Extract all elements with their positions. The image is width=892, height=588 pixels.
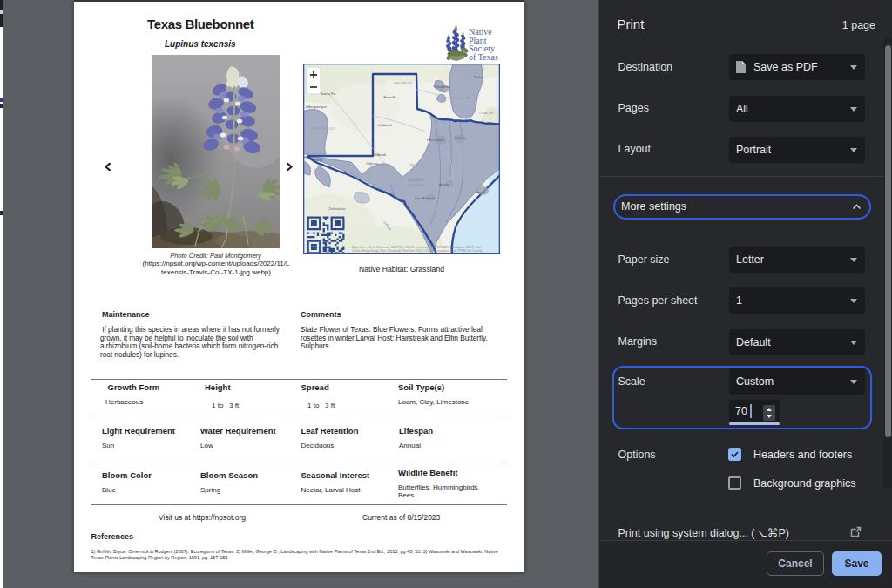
svg-text:San Antonio: San Antonio bbox=[415, 196, 435, 200]
svg-text:Dallas: Dallas bbox=[455, 136, 465, 140]
svg-text:RED HILLS: RED HILLS bbox=[394, 81, 412, 85]
svg-text:Amarillo: Amarillo bbox=[383, 95, 397, 99]
svg-text:OUACHI: OUACHI bbox=[479, 111, 493, 115]
svg-text:Santa Fe: Santa Fe bbox=[321, 91, 336, 96]
svg-text:OKLAHOMA: OKLAHOMA bbox=[449, 96, 470, 100]
svg-text:TEXA: TEXA bbox=[409, 163, 419, 167]
svg-text:Austin: Austin bbox=[439, 182, 449, 186]
svg-text:EDWARDS: EDWARDS bbox=[408, 178, 426, 182]
svg-text:Albuquerque: Albuquerque bbox=[306, 105, 327, 109]
svg-text:Juárez: Juárez bbox=[312, 158, 323, 162]
svg-text:Houst: Houst bbox=[476, 190, 486, 194]
svg-text:China (Hong Kong), Esri (Thail: China (Hong Kong), Esri (Thailand), TomT… bbox=[352, 249, 482, 253]
svg-text:Lubbock: Lubbock bbox=[378, 123, 393, 127]
svg-text:Chihuahua: Chihuahua bbox=[328, 206, 346, 211]
svg-text:of Texas: of Texas bbox=[469, 52, 498, 62]
svg-text:Tulsa: Tulsa bbox=[474, 75, 483, 79]
svg-text:PLATEAU: PLATEAU bbox=[409, 183, 425, 187]
svg-text:City: City bbox=[439, 89, 446, 93]
svg-text:Midland: Midland bbox=[373, 152, 386, 157]
svg-text:Odessa: Odessa bbox=[366, 161, 379, 166]
svg-text:Fort Worth: Fort Worth bbox=[427, 138, 444, 142]
svg-text:NEW MEXICO: NEW MEXICO bbox=[310, 126, 334, 131]
